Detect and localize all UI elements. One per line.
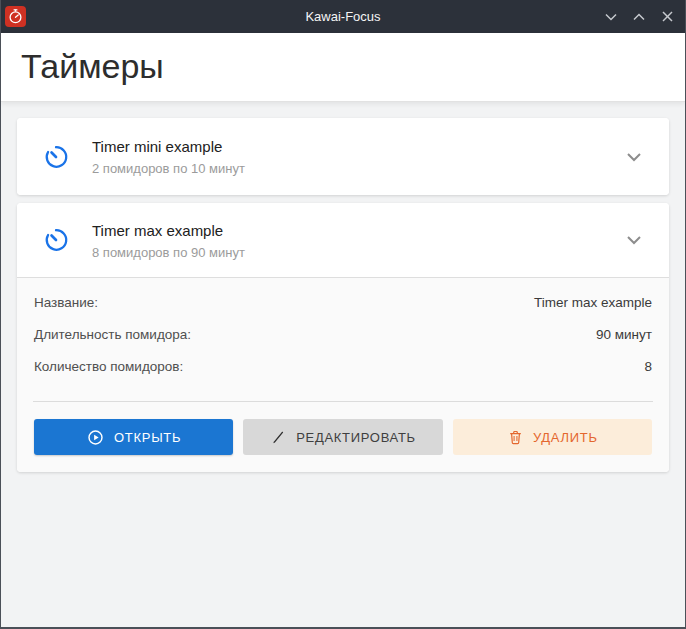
timer-card-texts: Timer mini example 2 помидоров по 10 мин… xyxy=(92,137,245,176)
timer-card-max: Timer max example 8 помидоров по 90 мину… xyxy=(17,203,669,472)
open-button[interactable]: ОТКРЫТЬ xyxy=(34,419,233,455)
close-icon xyxy=(661,10,674,23)
timer-name: Timer max example xyxy=(92,221,245,240)
window-title: Kawai-Focus xyxy=(0,9,686,24)
detail-label: Количество помидоров: xyxy=(34,359,183,374)
timer-card-mini-header[interactable]: Timer mini example 2 помидоров по 10 мин… xyxy=(17,118,669,195)
chevron-down-icon xyxy=(623,229,645,251)
detail-value: 8 xyxy=(644,359,652,374)
timer-details: Название: Timer max example Длительность… xyxy=(17,277,669,472)
detail-row-name: Название: Timer max example xyxy=(17,286,669,318)
expand-toggle[interactable] xyxy=(623,146,645,168)
timer-summary: 8 помидоров по 90 минут xyxy=(92,245,245,260)
titlebar: Kawai-Focus xyxy=(0,0,686,33)
timer-actions: ОТКРЫТЬ РЕДАКТИРОВАТЬ xyxy=(17,402,669,472)
detail-row-duration: Длительность помидора: 90 минут xyxy=(17,318,669,350)
content-area: Timer mini example 2 помидоров по 10 мин… xyxy=(1,102,685,627)
edit-button[interactable]: РЕДАКТИРОВАТЬ xyxy=(243,419,442,455)
chevron-down-icon xyxy=(623,146,645,168)
detail-value: 90 минут xyxy=(596,327,652,342)
play-circle-icon xyxy=(86,428,105,447)
timer-card-max-header[interactable]: Timer max example 8 помидоров по 90 мину… xyxy=(17,203,669,277)
delete-button[interactable]: УДАЛИТЬ xyxy=(453,419,652,455)
timer-icon xyxy=(43,144,69,170)
trash-icon xyxy=(507,429,524,446)
delete-button-label: УДАЛИТЬ xyxy=(533,430,598,445)
timer-name: Timer mini example xyxy=(92,137,245,156)
detail-label: Длительность помидора: xyxy=(34,327,191,342)
expand-toggle[interactable] xyxy=(623,229,645,251)
page-title: Таймеры xyxy=(21,46,665,86)
edit-button-label: РЕДАКТИРОВАТЬ xyxy=(296,430,416,445)
detail-label: Название: xyxy=(34,295,98,310)
detail-value: Timer max example xyxy=(534,295,652,310)
timer-summary: 2 помидоров по 10 минут xyxy=(92,161,245,176)
chevron-up-icon xyxy=(632,10,646,24)
window-controls xyxy=(602,8,686,26)
maximize-button[interactable] xyxy=(630,8,648,26)
timer-icon xyxy=(43,227,69,253)
minimize-button[interactable] xyxy=(602,8,620,26)
app-window: Kawai-Focus Таймеры xyxy=(0,0,686,629)
timer-card-texts: Timer max example 8 помидоров по 90 мину… xyxy=(92,221,245,260)
page-header: Таймеры xyxy=(1,33,685,102)
close-button[interactable] xyxy=(658,8,676,26)
open-button-label: ОТКРЫТЬ xyxy=(114,430,181,445)
timer-card-mini: Timer mini example 2 помидоров по 10 мин… xyxy=(17,118,669,195)
pencil-icon xyxy=(270,429,287,446)
chevron-down-icon xyxy=(604,10,618,24)
detail-row-count: Количество помидоров: 8 xyxy=(17,350,669,382)
